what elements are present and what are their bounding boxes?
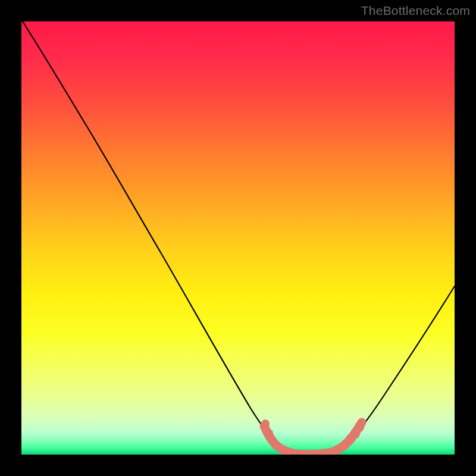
bottleneck-curve [23,21,455,454]
chart-stage: TheBottleneck.com [0,0,476,476]
chart-svg [21,21,455,455]
watermark-text: TheBottleneck.com [361,4,470,18]
plot-area [21,21,455,455]
svg-point-1 [265,429,273,437]
svg-point-4 [355,422,364,432]
svg-point-0 [261,419,270,428]
